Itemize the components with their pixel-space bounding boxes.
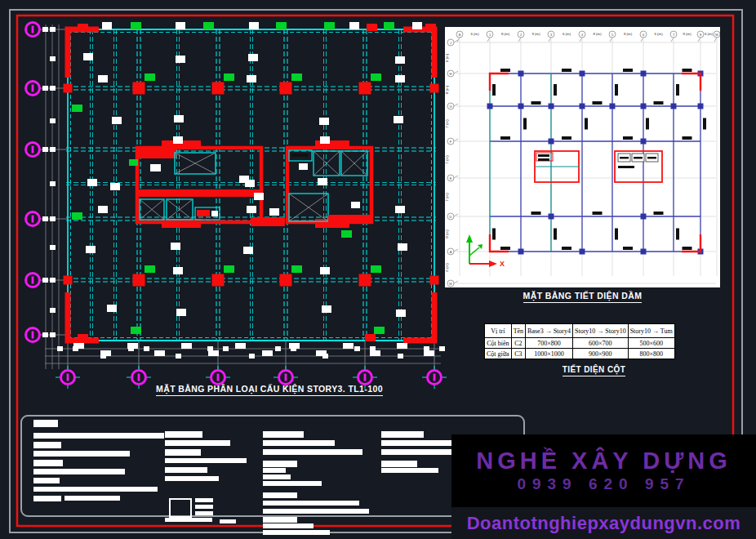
dim-tick [42,278,48,283]
label-white [173,136,183,144]
label-white [112,117,122,124]
table-cell: 600×700 [573,338,629,349]
label-white [102,22,112,29]
dim-tick [42,216,48,221]
axis-bubble-id: D [450,215,452,219]
column-marker [280,274,292,287]
label-red [78,24,88,31]
table-cell: 1000×1000 [526,349,573,359]
label-white [320,267,330,274]
dim-tick [249,354,255,359]
label-white [395,75,405,82]
axis-span-label: 8 (m) [624,32,633,36]
axis-span-label: 6 (m) [705,32,714,36]
note-text-line [33,469,125,474]
panel-column [641,104,647,109]
edge-beam-highlight [403,292,434,341]
column-marker [280,82,292,95]
beam-label [683,136,692,140]
column-section-table: Vị tríTênBase3 → Story4Story10 → Story10… [484,323,675,359]
table-cell: 900×900 [573,349,629,359]
beam-label [618,166,634,168]
grid-bubble-glyph [32,277,34,284]
beam-section-panel[interactable]: B6 (m)18 (m)29 (m)36 (m)48 (m)58 (m)66 (… [445,27,720,287]
beam-label [623,136,633,140]
dim-tick [50,86,56,91]
panel-column [641,139,647,145]
axis-span-label: 6 (m) [470,32,479,36]
label-green [131,22,141,29]
note-text-line [165,431,202,438]
table-header-cell: Vị trí [485,324,512,338]
axis-span-label: 6 (m) [445,263,449,272]
column-marker [133,82,145,95]
axis-bubble-id: E [450,176,452,180]
note-text-line [33,420,58,427]
label-green [72,212,82,220]
beam-label [585,118,588,130]
beam-label [531,212,541,215]
axis-span-label: 8 (m) [445,85,449,94]
panel-column [518,249,524,255]
column-marker [212,82,225,95]
beam-label [647,157,656,159]
label-white [150,164,161,172]
beam-label [593,101,603,105]
label-white [247,206,256,213]
label-green [131,327,141,334]
axis-bubble-id: B [459,33,461,37]
label-white [127,343,138,349]
beam-label [562,69,571,72]
grid-bubble-glyph [434,374,436,381]
note-text-line [33,460,63,466]
panel-column [518,71,524,77]
beam-section-plan-viewport[interactable]: B6 (m)18 (m)29 (m)36 (m)48 (m)58 (m)66 (… [445,27,720,287]
label-white [424,350,434,356]
label-white [289,343,300,349]
note-text-line [263,530,330,535]
column-table-title-text: TIẾT DIỆN CỘT [563,365,625,376]
beam-label [531,101,541,105]
watermark-website-link[interactable]: Doantotnghiepxaydungvn.com [451,513,756,534]
note-text-line [33,496,61,501]
note-text-line [220,519,236,523]
grid-bubble-glyph [32,216,34,223]
axis-span-label: 7 (m) [445,155,449,164]
watermark-banner: NGHỀ XÂY DỰNG 0939 620 957 [451,434,756,507]
panel-column [487,104,493,109]
note-text-line [33,442,61,448]
panel-column [580,249,585,255]
label-white [211,211,218,216]
table-header-cell: Tên [511,324,525,338]
axis-span-label: 7 (m) [445,119,449,128]
core-label-red [197,210,210,216]
main-plan-title-text: MẶT BẰNG PHÂN LOẠI CẤU KIỆN STORY3. TL1-… [156,384,383,396]
axis-span-label: 6 (m) [654,32,663,36]
dim-tick [50,181,56,186]
grid-bubble-glyph [364,374,367,381]
beam-label [500,136,510,140]
panel-column [698,104,704,109]
grid-bubble-glyph [285,374,287,381]
axis-span-label: 8 (m) [501,32,510,36]
label-green [72,105,82,112]
table-cell: 800×800 [628,349,674,359]
label-white [316,350,327,356]
column-section-table-body: Cột biênC2700×800600×700500×600Cột giữaC… [485,338,675,359]
note-text-line [33,487,158,492]
note-text-line [263,440,335,446]
note-text-line [263,492,297,498]
column-marker [133,274,145,287]
label-green [324,22,335,29]
note-text-line [263,468,286,473]
dim-tick [354,346,360,351]
dim-tick [50,147,56,152]
beam-label [615,229,618,240]
beam-label [634,157,643,159]
beam-panel-title: MẶT BẰNG TIẾT DIỆN DẦM [445,291,720,303]
note-text-line [64,496,120,501]
beam-label [654,101,664,105]
label-white [397,343,407,349]
dim-tick [439,346,445,351]
grid-bubble-glyph [138,374,140,381]
